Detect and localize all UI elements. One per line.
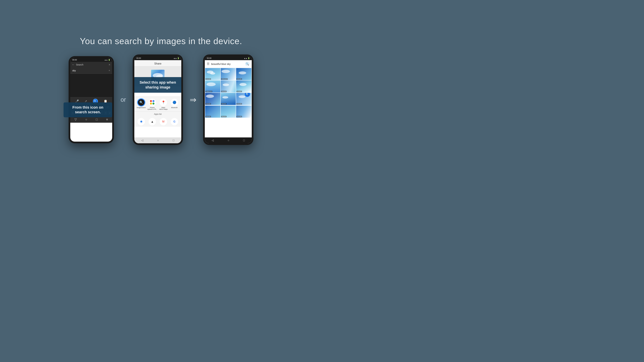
phone-2: 00:00 ▲▲ 🔋 Share Select this app when sh… bbox=[133, 54, 183, 145]
grid-cell-3[interactable]: 800x451 bbox=[236, 68, 252, 80]
query-clear-icon[interactable]: ✕ bbox=[108, 69, 110, 72]
phone-3-nav: ◁ ○ □ bbox=[205, 137, 252, 143]
grid-label-7: 600x600 bbox=[206, 103, 211, 105]
nav-home-icon[interactable]: ○ bbox=[85, 118, 87, 121]
app-bluetooth[interactable]: 🔵 Bluetooth bbox=[170, 99, 180, 110]
cloud-9 bbox=[222, 96, 228, 98]
page-title: You can search by images in the device. bbox=[80, 36, 242, 46]
phone-1: 00:00 ▲▲ 🔋 ← Search ✕ sky ✕ 🎤 ↗ 🔍 📋 bbox=[68, 56, 114, 143]
photos-icon[interactable] bbox=[148, 99, 156, 106]
bluetooth-icon-shape: 🔵 bbox=[172, 100, 176, 104]
grid-cell-11[interactable]: 450x300 bbox=[221, 106, 236, 118]
app-gmail[interactable]: M bbox=[158, 118, 168, 125]
maps-icon-shape: 📍 bbox=[161, 100, 166, 104]
app-maps-label: MapsAdd to Maps bbox=[159, 107, 168, 110]
app-photos[interactable]: PhotosUpload to Ph... bbox=[147, 99, 157, 110]
phone3-nav-recents[interactable]: □ bbox=[243, 139, 245, 142]
maps-icon[interactable]: 📍 bbox=[160, 99, 167, 106]
phone-2-tooltip-text: Select this app when sharing image bbox=[140, 80, 176, 89]
grid-label-8: 322x200 bbox=[221, 103, 226, 105]
apps-row: 🔍 ImageSearch PhotosUpload to Ph bbox=[134, 96, 181, 111]
google-icon-shape: G bbox=[174, 120, 176, 123]
phone-2-tooltip: Select this app when sharing image bbox=[134, 77, 181, 93]
nav-menu-icon[interactable]: ≡ bbox=[106, 118, 108, 121]
phone-1-searchbar[interactable]: ← Search ✕ bbox=[70, 62, 112, 67]
grid-cell-9[interactable]: 322x200 🔍 bbox=[236, 93, 252, 105]
phone-2-status-bar: 00:00 ▲▲ 🔋 bbox=[134, 56, 181, 60]
app-imagesearch-label: ImageSearch bbox=[137, 107, 146, 108]
grid-label-11: 450x300 bbox=[221, 116, 226, 117]
nav-back-icon[interactable]: ▽ bbox=[74, 118, 77, 121]
cloud-5 bbox=[206, 82, 216, 86]
phone-1-status-icons: ▲▲ 🔋 bbox=[104, 59, 110, 61]
grid-label-5: 508x339 bbox=[221, 91, 226, 92]
photos-q2 bbox=[152, 100, 154, 102]
app-google[interactable]: G bbox=[170, 118, 180, 125]
grid-label-9: 322x200 bbox=[236, 103, 242, 105]
drive-icon[interactable]: ▲ bbox=[148, 118, 156, 125]
search-inner-icon: 🔍 bbox=[139, 100, 143, 104]
app-bluetooth-label: Bluetooth bbox=[171, 107, 178, 108]
phone2-nav-recents[interactable]: □ bbox=[173, 139, 174, 142]
phone-3-screen: 00:00 ▲▲ 🔋 ☰ beautiful blue sky 🔍 612x40… bbox=[205, 56, 252, 143]
grid-cell-7[interactable]: 600x600 bbox=[205, 93, 220, 105]
or-connector: or bbox=[120, 96, 126, 103]
phone-3-toolbar: ☰ beautiful blue sky 🔍 bbox=[205, 60, 252, 68]
query-text: sky bbox=[72, 69, 76, 72]
phone-3: 00:00 ▲▲ 🔋 ☰ beautiful blue sky 🔍 612x40… bbox=[203, 54, 254, 145]
app-imagesearch[interactable]: 🔍 ImageSearch bbox=[136, 99, 146, 110]
phone3-nav-home[interactable]: ○ bbox=[228, 139, 229, 142]
back-arrow-icon[interactable]: ← bbox=[72, 63, 75, 66]
bluetooth2-icon-shape: ✱ bbox=[140, 120, 142, 123]
hamburger-icon[interactable]: ☰ bbox=[207, 62, 210, 66]
photos-q4 bbox=[152, 103, 154, 105]
phone-1-query-row: sky ✕ bbox=[70, 67, 112, 74]
cloud-7 bbox=[240, 83, 246, 86]
phone-3-time: 00:00 bbox=[207, 57, 212, 59]
grid-cell-4[interactable]: 1500x1125 bbox=[205, 80, 220, 92]
cloud-10 bbox=[239, 95, 245, 98]
grid-cell-1[interactable]: 612x408 bbox=[205, 68, 220, 80]
cloud-2 bbox=[210, 72, 215, 75]
google-icon[interactable]: G bbox=[171, 118, 178, 125]
phone-1-screen: 00:00 ▲▲ 🔋 ← Search ✕ sky ✕ 🎤 ↗ 🔍 📋 bbox=[70, 58, 112, 142]
bluetooth-icon[interactable]: 🔵 bbox=[171, 99, 178, 106]
grid-label-12: 601x300 bbox=[236, 116, 242, 117]
image-grid: 612x408 2000x1217 800x451 bbox=[205, 68, 252, 105]
grid-cell-2[interactable]: 2000x1217 bbox=[221, 68, 236, 80]
app-drive[interactable]: ▲ bbox=[147, 118, 157, 125]
phone-3-status-icons: ▲▲ 🔋 bbox=[244, 57, 250, 59]
grid-cell-8[interactable]: 322x200 bbox=[221, 93, 236, 105]
toolbar-search-icon[interactable]: 🔍 bbox=[245, 61, 250, 66]
phone-2-screen: 00:00 ▲▲ 🔋 Share Select this app when sh… bbox=[134, 56, 181, 143]
grid-cell-10[interactable]: 800x534 bbox=[205, 106, 220, 118]
phone-2-status-icons: ▲▲ 🔋 bbox=[174, 57, 179, 59]
phone-1-time: 00:00 bbox=[72, 59, 77, 61]
app-bluetooth2[interactable]: ✱ bbox=[136, 118, 146, 125]
phones-container: 00:00 ▲▲ 🔋 ← Search ✕ sky ✕ 🎤 ↗ 🔍 📋 bbox=[68, 54, 254, 145]
phone2-nav-home[interactable]: ○ bbox=[157, 139, 159, 142]
grid-cell-5[interactable]: 508x339 bbox=[221, 80, 236, 92]
cloud-6 bbox=[223, 83, 229, 86]
search-field[interactable]: Search bbox=[76, 63, 107, 66]
drive-icon-shape: ▲ bbox=[151, 120, 154, 123]
grid-cell-12[interactable]: 601x300 bbox=[236, 106, 252, 118]
gmail-icon[interactable]: M bbox=[160, 118, 167, 125]
phone-1-tooltip-text: From this icon on search screen. bbox=[72, 105, 104, 114]
bluetooth2-icon[interactable]: ✱ bbox=[138, 118, 145, 125]
arrow-connector: ⇒ bbox=[190, 95, 196, 104]
grid-label-3: 800x451 bbox=[236, 78, 242, 80]
apps-list-label: Apps list bbox=[134, 111, 181, 117]
nav-recents-icon[interactable]: □ bbox=[96, 118, 98, 121]
imagesearch-icon[interactable]: 🔍 bbox=[138, 99, 145, 106]
phone2-nav-back[interactable]: ◁ bbox=[141, 139, 143, 142]
search-clear-icon[interactable]: ✕ bbox=[108, 63, 110, 66]
apps-row2: ✱ ▲ M G bbox=[134, 117, 181, 127]
phone-2-time: 00:00 bbox=[136, 57, 141, 59]
phone-1-dark-area bbox=[70, 74, 112, 97]
cloud-8 bbox=[206, 94, 214, 98]
grid-cell-6[interactable]: 910x607 bbox=[236, 80, 252, 92]
cloud-3 bbox=[222, 70, 230, 73]
app-maps[interactable]: 📍 MapsAdd to Maps bbox=[158, 99, 168, 110]
phone3-nav-back[interactable]: ◁ bbox=[212, 139, 214, 142]
